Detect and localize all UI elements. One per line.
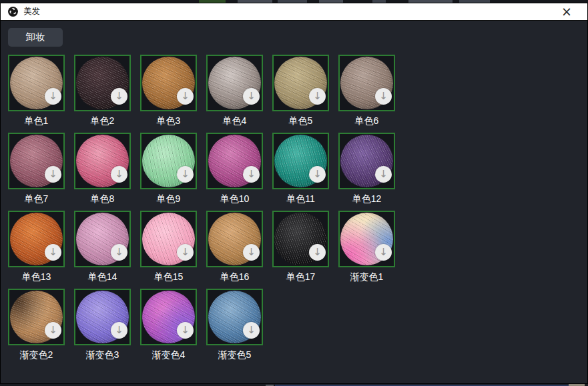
hair-color-label: 单色12	[338, 193, 395, 205]
hair-color-item[interactable]: ↓ 渐变色2	[8, 289, 65, 367]
hair-color-item[interactable]: ↓ 单色14	[74, 211, 131, 289]
hair-color-item[interactable]: ↓ 单色8	[74, 133, 131, 211]
hair-color-label: 渐变色5	[206, 349, 263, 361]
hair-color-item[interactable]: ↓ 单色17	[272, 211, 329, 289]
download-button[interactable]: ↓	[45, 322, 61, 339]
hair-color-thumbnail[interactable]: ↓	[338, 55, 395, 111]
hair-color-thumbnail[interactable]: ↓	[140, 55, 197, 111]
download-button[interactable]: ↓	[243, 88, 260, 105]
download-button[interactable]: ↓	[375, 166, 392, 183]
hair-color-thumbnail[interactable]: ↓	[74, 289, 131, 345]
download-button[interactable]: ↓	[111, 88, 127, 105]
hair-color-thumbnail[interactable]: ↓	[206, 211, 263, 267]
download-button[interactable]: ↓	[375, 244, 392, 261]
hair-color-item[interactable]: ↓ 单色4	[206, 55, 263, 133]
hair-color-label: 渐变色1	[338, 271, 395, 283]
hair-color-thumbnail[interactable]: ↓	[206, 289, 263, 345]
hair-color-item[interactable]: ↓ 单色13	[8, 211, 65, 289]
hair-color-thumbnail[interactable]: ↓	[206, 133, 263, 189]
download-arrow-icon: ↓	[181, 247, 190, 257]
download-arrow-icon: ↓	[115, 325, 123, 335]
hair-color-item[interactable]: ↓ 单色5	[272, 55, 329, 133]
hair-color-thumbnail[interactable]: ↓	[74, 211, 131, 267]
hair-color-item[interactable]: ↓ 单色9	[140, 133, 197, 211]
hair-color-item[interactable]: ↓ 单色3	[140, 55, 197, 133]
hair-color-label: 单色2	[74, 115, 131, 127]
hair-color-thumbnail[interactable]: ↓	[338, 211, 395, 267]
hair-color-label: 单色1	[8, 115, 65, 127]
download-arrow-icon: ↓	[49, 91, 57, 101]
hair-color-thumbnail[interactable]: ↓	[272, 133, 329, 189]
download-button[interactable]: ↓	[243, 166, 260, 183]
download-button[interactable]: ↓	[111, 166, 127, 183]
download-button[interactable]: ↓	[111, 244, 127, 261]
hair-color-label: 单色7	[8, 193, 65, 205]
download-button[interactable]: ↓	[177, 166, 194, 183]
download-button[interactable]: ↓	[177, 244, 194, 261]
close-icon[interactable]: ×	[557, 4, 577, 20]
hair-color-label: 单色11	[272, 193, 329, 205]
obs-logo-icon	[7, 6, 19, 17]
hair-color-item[interactable]: ↓ 单色15	[140, 211, 197, 289]
download-button[interactable]: ↓	[309, 244, 326, 261]
hair-color-label: 单色14	[74, 271, 131, 283]
hair-color-item[interactable]: ↓ 单色7	[8, 133, 65, 211]
hair-color-item[interactable]: ↓ 单色6	[338, 55, 395, 133]
hair-color-item[interactable]: ↓ 单色1	[8, 55, 65, 133]
download-arrow-icon: ↓	[247, 325, 256, 335]
download-button[interactable]: ↓	[309, 88, 326, 105]
hair-color-label: 单色6	[338, 115, 395, 127]
hair-color-item[interactable]: ↓ 渐变色3	[74, 289, 131, 367]
download-arrow-icon: ↓	[313, 169, 322, 179]
hair-color-item[interactable]: ↓ 单色10	[206, 133, 263, 211]
hair-color-thumbnail[interactable]: ↓	[8, 211, 65, 267]
download-button[interactable]: ↓	[177, 88, 194, 105]
hair-color-thumbnail[interactable]: ↓	[272, 55, 329, 111]
hair-color-thumbnail[interactable]: ↓	[140, 289, 197, 345]
dialog-content: 卸妆 ↓ 单色1 ↓ 单色2 ↓ 单色3	[1, 21, 587, 383]
download-button[interactable]: ↓	[177, 322, 194, 339]
hair-color-item[interactable]: ↓ 渐变色5	[206, 289, 263, 367]
hair-color-label: 单色8	[74, 193, 131, 205]
hair-color-label: 单色13	[8, 271, 65, 283]
download-arrow-icon: ↓	[313, 91, 322, 101]
hair-color-thumbnail[interactable]: ↓	[206, 55, 263, 111]
hair-color-label: 单色9	[140, 193, 197, 205]
dialog-title: 美发	[23, 6, 40, 17]
hair-color-label: 单色4	[206, 115, 263, 127]
hair-color-item[interactable]: ↓ 单色2	[74, 55, 131, 133]
hair-color-thumbnail[interactable]: ↓	[74, 55, 131, 111]
hair-color-item[interactable]: ↓ 渐变色1	[338, 211, 395, 289]
download-button[interactable]: ↓	[309, 166, 326, 183]
hair-color-thumbnail[interactable]: ↓	[272, 211, 329, 267]
download-arrow-icon: ↓	[181, 325, 190, 335]
download-button[interactable]: ↓	[45, 244, 61, 261]
hair-color-item[interactable]: ↓ 单色16	[206, 211, 263, 289]
download-arrow-icon: ↓	[115, 91, 123, 101]
hair-color-label: 单色3	[140, 115, 197, 127]
hair-color-grid: ↓ 单色1 ↓ 单色2 ↓ 单色3 ↓ 单色4	[8, 55, 587, 367]
hair-color-item[interactable]: ↓ 渐变色4	[140, 289, 197, 367]
download-button[interactable]: ↓	[111, 322, 127, 339]
download-arrow-icon: ↓	[115, 247, 123, 257]
hair-color-thumbnail[interactable]: ↓	[8, 133, 65, 189]
download-button[interactable]: ↓	[243, 322, 260, 339]
hair-color-item[interactable]: ↓ 单色11	[272, 133, 329, 211]
hair-color-label: 单色10	[206, 193, 263, 205]
hair-color-thumbnail[interactable]: ↓	[338, 133, 395, 189]
download-arrow-icon: ↓	[49, 325, 57, 335]
download-arrow-icon: ↓	[49, 169, 57, 179]
hair-color-thumbnail[interactable]: ↓	[8, 55, 65, 111]
hair-color-item[interactable]: ↓ 单色12	[338, 133, 395, 211]
download-arrow-icon: ↓	[115, 169, 123, 179]
download-button[interactable]: ↓	[45, 166, 61, 183]
hair-color-thumbnail[interactable]: ↓	[140, 133, 197, 189]
hair-color-thumbnail[interactable]: ↓	[74, 133, 131, 189]
download-button[interactable]: ↓	[375, 88, 392, 105]
download-button[interactable]: ↓	[45, 88, 61, 105]
download-button[interactable]: ↓	[243, 244, 260, 261]
hair-color-thumbnail[interactable]: ↓	[140, 211, 197, 267]
hair-color-thumbnail[interactable]: ↓	[8, 289, 65, 345]
remove-makeup-button[interactable]: 卸妆	[8, 28, 63, 47]
download-arrow-icon: ↓	[247, 169, 256, 179]
